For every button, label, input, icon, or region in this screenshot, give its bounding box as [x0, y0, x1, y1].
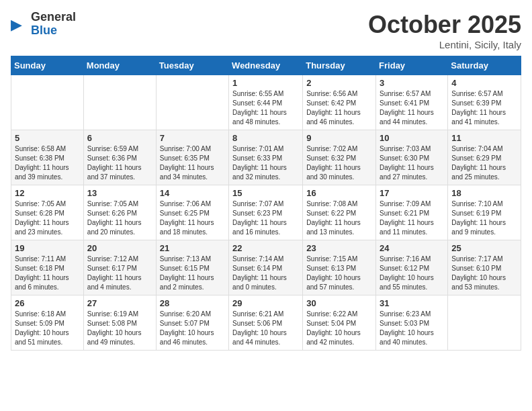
calendar-cell: 12Sunrise: 7:05 AMSunset: 6:28 PMDayligh… [11, 185, 84, 240]
day-number: 13 [87, 188, 152, 198]
calendar-cell: 26Sunrise: 6:18 AMSunset: 5:09 PMDayligh… [11, 295, 84, 351]
day-info: Sunrise: 6:56 AMSunset: 6:42 PMDaylight:… [306, 89, 372, 127]
day-info: Sunrise: 7:08 AMSunset: 6:22 PMDaylight:… [306, 199, 372, 237]
day-info: Sunrise: 7:03 AMSunset: 6:30 PMDaylight:… [380, 144, 444, 182]
page-header: ▶ General Blue October 2025 Lentini, Sic… [11, 11, 521, 50]
day-number: 26 [15, 298, 80, 308]
week-row-5: 26Sunrise: 6:18 AMSunset: 5:09 PMDayligh… [11, 295, 521, 351]
calendar-cell: 6Sunrise: 6:59 AMSunset: 6:36 PMDaylight… [83, 130, 156, 185]
calendar-cell: 20Sunrise: 7:12 AMSunset: 6:17 PMDayligh… [83, 240, 156, 295]
day-info: Sunrise: 6:20 AMSunset: 5:07 PMDaylight:… [160, 310, 225, 347]
calendar-cell: 21Sunrise: 7:13 AMSunset: 6:15 PMDayligh… [156, 240, 228, 295]
day-info: Sunrise: 7:17 AMSunset: 6:10 PMDaylight:… [451, 255, 517, 292]
day-number: 2 [306, 78, 372, 88]
calendar-cell: 5Sunrise: 6:58 AMSunset: 6:38 PMDaylight… [11, 130, 84, 185]
day-number: 4 [451, 78, 517, 88]
week-row-1: 1Sunrise: 6:55 AMSunset: 6:44 PMDaylight… [11, 75, 521, 130]
week-row-2: 5Sunrise: 6:58 AMSunset: 6:38 PMDaylight… [11, 130, 521, 185]
day-info: Sunrise: 7:12 AMSunset: 6:17 PMDaylight:… [87, 255, 152, 292]
title-block: October 2025 Lentini, Sicily, Italy [368, 11, 521, 50]
day-info: Sunrise: 6:21 AMSunset: 5:06 PMDaylight:… [232, 310, 299, 347]
day-info: Sunrise: 7:07 AMSunset: 6:23 PMDaylight:… [232, 199, 299, 237]
calendar-cell: 23Sunrise: 7:15 AMSunset: 6:13 PMDayligh… [303, 240, 376, 295]
day-info: Sunrise: 7:15 AMSunset: 6:13 PMDaylight:… [306, 255, 372, 292]
day-number: 30 [306, 298, 372, 308]
day-info: Sunrise: 7:05 AMSunset: 6:28 PMDaylight:… [15, 199, 80, 237]
day-info: Sunrise: 7:02 AMSunset: 6:32 PMDaylight:… [306, 144, 372, 182]
calendar-cell: 1Sunrise: 6:55 AMSunset: 6:44 PMDaylight… [229, 75, 303, 130]
logo: ▶ General Blue [11, 11, 76, 38]
weekday-header-saturday: Saturday [448, 56, 521, 75]
calendar-cell: 11Sunrise: 7:04 AMSunset: 6:29 PMDayligh… [448, 130, 521, 185]
calendar-cell: 18Sunrise: 7:10 AMSunset: 6:19 PMDayligh… [448, 185, 521, 240]
day-number: 6 [87, 133, 152, 143]
day-info: Sunrise: 7:04 AMSunset: 6:29 PMDaylight:… [451, 144, 517, 182]
day-info: Sunrise: 7:14 AMSunset: 6:14 PMDaylight:… [232, 255, 299, 292]
day-number: 9 [306, 133, 372, 143]
logo-text: General Blue [31, 11, 76, 38]
day-number: 8 [232, 133, 299, 143]
weekday-header-sunday: Sunday [11, 56, 84, 75]
day-number: 20 [87, 243, 152, 253]
calendar-cell: 22Sunrise: 7:14 AMSunset: 6:14 PMDayligh… [229, 240, 303, 295]
weekday-header-thursday: Thursday [303, 56, 376, 75]
day-info: Sunrise: 6:19 AMSunset: 5:08 PMDaylight:… [87, 310, 152, 347]
day-info: Sunrise: 7:05 AMSunset: 6:26 PMDaylight:… [87, 199, 152, 237]
calendar-cell [448, 295, 521, 351]
day-number: 28 [160, 298, 225, 308]
calendar-cell [156, 75, 228, 130]
day-number: 25 [451, 243, 517, 253]
weekday-header-tuesday: Tuesday [156, 56, 228, 75]
day-number: 18 [451, 188, 517, 198]
day-info: Sunrise: 6:22 AMSunset: 5:04 PMDaylight:… [306, 310, 372, 347]
calendar-cell: 24Sunrise: 7:16 AMSunset: 6:12 PMDayligh… [376, 240, 448, 295]
calendar-cell: 19Sunrise: 7:11 AMSunset: 6:18 PMDayligh… [11, 240, 84, 295]
calendar-cell: 4Sunrise: 6:57 AMSunset: 6:39 PMDaylight… [448, 75, 521, 130]
calendar-cell [11, 75, 84, 130]
day-info: Sunrise: 6:57 AMSunset: 6:41 PMDaylight:… [380, 89, 444, 127]
calendar-cell: 8Sunrise: 7:01 AMSunset: 6:33 PMDaylight… [229, 130, 303, 185]
calendar-cell: 3Sunrise: 6:57 AMSunset: 6:41 PMDaylight… [376, 75, 448, 130]
logo-general: General [31, 11, 76, 24]
calendar-cell: 28Sunrise: 6:20 AMSunset: 5:07 PMDayligh… [156, 295, 228, 351]
calendar-cell: 9Sunrise: 7:02 AMSunset: 6:32 PMDaylight… [303, 130, 376, 185]
day-info: Sunrise: 6:59 AMSunset: 6:36 PMDaylight:… [87, 144, 152, 182]
day-number: 17 [380, 188, 444, 198]
calendar-cell: 31Sunrise: 6:23 AMSunset: 5:03 PMDayligh… [376, 295, 448, 351]
day-info: Sunrise: 7:01 AMSunset: 6:33 PMDaylight:… [232, 144, 299, 182]
calendar-cell: 13Sunrise: 7:05 AMSunset: 6:26 PMDayligh… [83, 185, 156, 240]
calendar-cell: 25Sunrise: 7:17 AMSunset: 6:10 PMDayligh… [448, 240, 521, 295]
day-number: 5 [15, 133, 80, 143]
day-number: 19 [15, 243, 80, 253]
logo-blue: Blue [31, 24, 76, 38]
calendar-cell: 17Sunrise: 7:09 AMSunset: 6:21 PMDayligh… [376, 185, 448, 240]
day-number: 24 [380, 243, 444, 253]
day-info: Sunrise: 7:06 AMSunset: 6:25 PMDaylight:… [160, 199, 225, 237]
calendar-cell: 15Sunrise: 7:07 AMSunset: 6:23 PMDayligh… [229, 185, 303, 240]
calendar-cell: 16Sunrise: 7:08 AMSunset: 6:22 PMDayligh… [303, 185, 376, 240]
day-info: Sunrise: 6:58 AMSunset: 6:38 PMDaylight:… [15, 144, 80, 182]
day-info: Sunrise: 6:23 AMSunset: 5:03 PMDaylight:… [380, 310, 444, 347]
day-info: Sunrise: 7:10 AMSunset: 6:19 PMDaylight:… [451, 199, 517, 237]
day-number: 31 [380, 298, 444, 308]
weekday-header-wednesday: Wednesday [229, 56, 303, 75]
week-row-4: 19Sunrise: 7:11 AMSunset: 6:18 PMDayligh… [11, 240, 521, 295]
day-info: Sunrise: 6:55 AMSunset: 6:44 PMDaylight:… [232, 89, 299, 127]
logo-icon: ▶ [11, 15, 30, 34]
day-number: 11 [451, 133, 517, 143]
week-row-3: 12Sunrise: 7:05 AMSunset: 6:28 PMDayligh… [11, 185, 521, 240]
day-number: 23 [306, 243, 372, 253]
day-number: 27 [87, 298, 152, 308]
calendar-cell: 10Sunrise: 7:03 AMSunset: 6:30 PMDayligh… [376, 130, 448, 185]
day-number: 15 [232, 188, 299, 198]
calendar-cell: 7Sunrise: 7:00 AMSunset: 6:35 PMDaylight… [156, 130, 228, 185]
weekday-header-monday: Monday [83, 56, 156, 75]
day-number: 22 [232, 243, 299, 253]
day-info: Sunrise: 7:13 AMSunset: 6:15 PMDaylight:… [160, 255, 225, 292]
day-number: 16 [306, 188, 372, 198]
location: Lentini, Sicily, Italy [368, 39, 521, 50]
day-number: 21 [160, 243, 225, 253]
calendar-cell: 27Sunrise: 6:19 AMSunset: 5:08 PMDayligh… [83, 295, 156, 351]
weekday-header-row: SundayMondayTuesdayWednesdayThursdayFrid… [11, 56, 521, 75]
calendar-cell: 30Sunrise: 6:22 AMSunset: 5:04 PMDayligh… [303, 295, 376, 351]
